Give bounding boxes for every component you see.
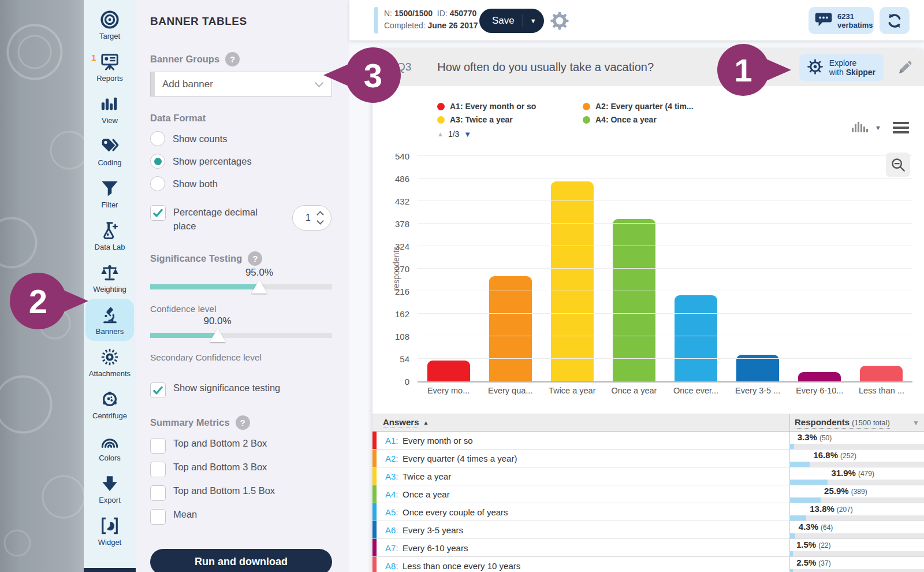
radio-option[interactable]: Show both [150, 176, 332, 191]
chart-bar[interactable] [860, 366, 903, 381]
gear-icon[interactable] [550, 11, 569, 31]
summary-checkbox-row[interactable]: Top and Bottom 1.5 Box [150, 485, 332, 501]
checkbox-unchecked[interactable] [150, 438, 166, 454]
gridline [418, 155, 912, 156]
radio-option[interactable]: Show percentages [150, 154, 332, 169]
summary-metrics-label: Summary Metrics [150, 417, 230, 428]
respondents-cell: 31.9%(479) [789, 467, 924, 485]
checkbox-checked[interactable] [150, 382, 166, 398]
radio-icon[interactable] [150, 131, 165, 146]
verbatims-button[interactable]: 6231verbatims [808, 7, 874, 34]
summary-checkbox-row[interactable]: Top and Bottom 3 Box [150, 462, 332, 477]
show-significance-row[interactable]: Show significance testing [150, 382, 332, 398]
bar-chart-icon[interactable] [852, 120, 869, 135]
sidebar-item-banners[interactable]: Banners [85, 299, 134, 341]
sidebar-nav: Target 1 Reports View Coding Filter Data… [84, 0, 136, 572]
chart-bar[interactable] [489, 276, 532, 381]
slider-thumb[interactable] [251, 280, 267, 294]
checkbox-unchecked[interactable] [150, 462, 166, 477]
question-help-icon[interactable]: ? [225, 52, 240, 66]
sidebar-item-target[interactable]: Target [85, 3, 134, 46]
legend-page-up-icon[interactable]: ▲ [437, 131, 444, 138]
banner-groups-label: Banner Groups [150, 54, 219, 65]
y-axis-tick-label: 432 [385, 196, 409, 206]
pct-decimal-checkbox-row[interactable]: Percentage decimal place [150, 205, 275, 233]
chart-bar[interactable] [427, 361, 470, 381]
respondents-percent: 31.9% [831, 468, 856, 478]
sidebar-item-colors[interactable]: Colors [85, 425, 134, 467]
y-axis-tick-label: 216 [385, 287, 409, 296]
run-and-download-button[interactable]: Run and download [150, 549, 332, 572]
sidebar-item-centrifuge[interactable]: Centrifuge [85, 383, 134, 425]
sidebar-item-icon [99, 178, 120, 199]
summary-checkbox-row[interactable]: Top and Bottom 2 Box [150, 438, 332, 454]
answer-cell[interactable]: A8: Less than once every 10 years [372, 557, 789, 572]
answer-color-strip [372, 521, 377, 538]
respondents-column-header[interactable]: Respondents(1500 total) ▼ [789, 414, 924, 431]
table-row: A4: Once a year 25.9%(389) [372, 485, 924, 503]
sidebar-item-view[interactable]: View [85, 88, 134, 130]
sidebar-item-data-lab[interactable]: Data Lab [85, 214, 134, 257]
caret-down-icon[interactable]: ▼ [530, 17, 536, 24]
dropdown-value: Add banner [162, 79, 213, 90]
answers-column-header[interactable]: Answers ▲ [372, 414, 789, 431]
radio-icon[interactable] [150, 154, 165, 169]
menu-icon[interactable] [893, 122, 909, 133]
summary-checkbox-row[interactable]: Mean [150, 509, 332, 525]
answer-cell[interactable]: A4: Once a year [372, 485, 789, 503]
banner-groups-dropdown[interactable]: Add banner [150, 72, 332, 96]
answer-cell[interactable]: A5: Once every couple of years [372, 503, 789, 521]
answer-cell[interactable]: A3: Twice a year [372, 467, 789, 485]
save-button[interactable]: Save ▼ [479, 9, 544, 33]
answer-code: A2: [385, 454, 403, 463]
chart-bar[interactable] [798, 372, 841, 381]
survey-info: N: 1500/1500 ID: 450770 Completed: June … [384, 8, 478, 32]
sidebar-item-label: Data Lab [95, 243, 125, 251]
confidence-value: 90.0% [203, 315, 231, 327]
sidebar-item-attachments[interactable]: Attachments [85, 341, 134, 383]
decimal-place-stepper[interactable]: 1 [292, 205, 331, 231]
refresh-button[interactable] [880, 7, 910, 34]
legend-color-dot [437, 116, 445, 124]
explore-with-skipper-button[interactable]: Explorewith Skipper [799, 54, 884, 81]
respondents-count: (22) [818, 541, 830, 549]
chart-bar[interactable] [551, 181, 594, 381]
sidebar-item-export[interactable]: Export [85, 467, 134, 510]
answer-code: A7: [385, 543, 403, 553]
question-help-icon[interactable]: ? [248, 251, 262, 266]
sidebar-item-widget[interactable]: Widget [85, 510, 134, 552]
annotation-callout-1: 1 [717, 44, 769, 96]
slider-thumb[interactable] [210, 328, 226, 342]
answer-cell[interactable]: A7: Every 6-10 years [372, 539, 789, 556]
stepper-down-icon[interactable] [316, 217, 324, 225]
respondents-percent: 3.3% [798, 432, 817, 442]
sidebar-item-reports[interactable]: 1 Reports [85, 46, 134, 88]
answer-cell[interactable]: A1: Every month or so [372, 432, 789, 449]
respondents-bar-track [790, 444, 924, 449]
checkbox-checked[interactable] [150, 205, 166, 221]
caret-down-icon[interactable]: ▼ [875, 124, 881, 131]
sidebar-item-label: Colors [99, 454, 121, 462]
sidebar-item-weighting[interactable]: Weighting [85, 257, 134, 299]
checkbox-unchecked[interactable] [150, 509, 166, 525]
radio-icon[interactable] [150, 176, 165, 191]
checkbox-unchecked[interactable] [150, 485, 166, 501]
pencil-icon[interactable] [896, 59, 914, 76]
gridline [418, 246, 912, 246]
chart-bar[interactable] [675, 295, 717, 381]
annotation-callout-2: 2 [10, 273, 66, 329]
legend-item: A3: Twice a year [437, 115, 583, 124]
question-help-icon[interactable]: ? [236, 415, 250, 430]
legend-page-down-icon[interactable]: ▼ [464, 130, 471, 139]
radio-option[interactable]: Show counts [150, 131, 332, 146]
sidebar-item-filter[interactable]: Filter [85, 172, 134, 214]
answer-cell[interactable]: A6: Every 3-5 years [372, 521, 789, 538]
verbatims-count: 6231 [837, 12, 854, 21]
chart-bar[interactable] [613, 219, 655, 381]
answers-table-header: Answers ▲ Respondents(1500 total) ▼ [372, 414, 924, 432]
gridline [418, 358, 912, 359]
sidebar-item-coding[interactable]: Coding [85, 130, 134, 172]
answer-cell[interactable]: A2: Every quarter (4 times a year) [372, 450, 789, 467]
y-axis-tick-label: 108 [385, 332, 409, 341]
bar-chart-plot: respondents 0541081622162703243784324865… [418, 156, 912, 382]
